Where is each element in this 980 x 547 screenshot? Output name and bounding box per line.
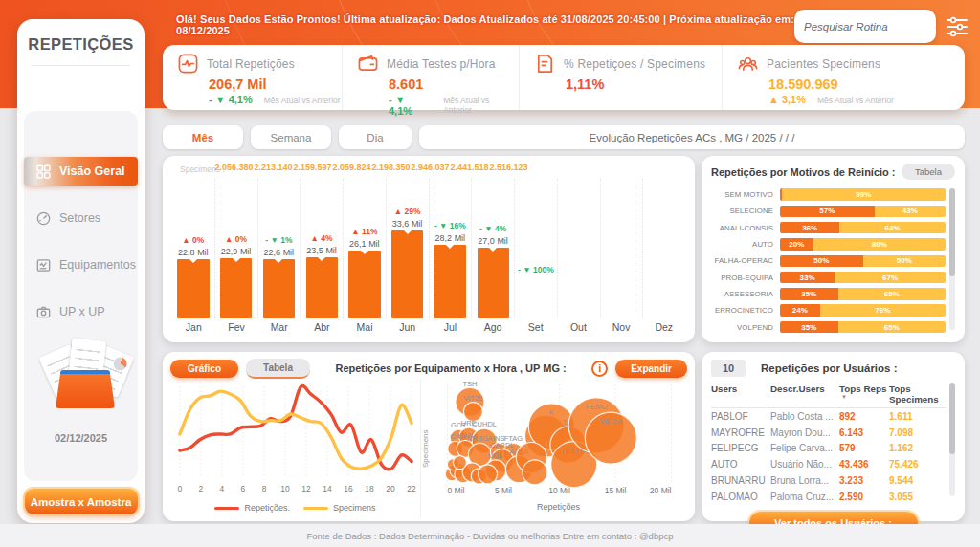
scrollbar-thumb[interactable] [949,383,955,454]
user-tops-reps: 3.233 [839,475,889,486]
search-input[interactable] [804,21,953,33]
bubble-unlabeled[interactable] [479,465,498,484]
bar-value-label: 28,2 Mil [435,233,466,243]
bar[interactable] [478,248,509,318]
col-tops-specimens[interactable]: Tops Specimens [889,383,946,405]
sidebar-item-vis-o-geral[interactable]: Visão Geral [24,157,138,186]
table-row[interactable]: MAYROFREMayron Dou...6.1437.098 [711,425,946,441]
tabela-tab[interactable]: Tabela [246,359,310,379]
specimens-value [646,163,685,177]
user-id: BRUNARRU [711,475,770,486]
data-date: 02/12/2025 [24,432,138,444]
motivo-label: PROB-EQUIPA [711,274,780,282]
bar-segment: 24% [780,304,820,317]
top-n-input[interactable] [711,360,746,377]
patients-group-icon [738,54,758,74]
scrollbar-track[interactable] [949,383,955,496]
scrollbar-track[interactable] [949,188,955,330]
scrollbar-thumb[interactable] [949,188,955,276]
tab-dia[interactable]: Dia [339,125,412,149]
table-row[interactable]: FELIPECGFelipe Carva...5791.162 [711,441,946,457]
motivo-stacked-bar[interactable]: 35%65% [780,288,946,300]
motivos-tabela-button[interactable]: Tabela [902,164,955,180]
line-legend: Repetições. Specimens [170,503,420,513]
evolution-month-column: ▲ 4%23,5 Mil [301,179,344,318]
bar-segment: 33% [780,272,835,284]
kpi-title: Total Repetições [207,57,295,71]
motivo-row: FALHA-OPERAC50%50% [711,252,946,269]
col-tops-reps[interactable]: Tops Reps▼ [839,383,889,405]
user-descr: Paloma Cruz... [770,492,839,502]
bar[interactable] [220,258,252,318]
bar[interactable] [177,259,209,318]
grafico-tab[interactable]: Gráfico [170,360,238,378]
month-label: Jan [172,321,215,333]
motivo-stacked-bar[interactable]: 99% [780,188,946,201]
motivo-stacked-bar[interactable]: 24%76% [780,304,946,317]
month-axis: JanFevMarAbrMaiJunJulAgoSetOutNovDez [172,318,685,336]
info-icon[interactable]: i [591,361,608,377]
bar-segment: 20% [780,238,813,251]
tab-semana[interactable]: Semana [251,125,331,149]
specimens-label: Specimens : [180,164,225,174]
table-row[interactable]: AUTOUsuário Não...43.43675.426 [711,456,946,472]
user-tops-specimens: 75.426 [889,459,946,470]
month-label: Mar [257,321,301,333]
search-box[interactable]: → [794,10,936,43]
user-id: PABLOF [711,411,770,422]
sidebar-item-up-x-up[interactable]: UP x UP [24,297,138,326]
delta-badge: ▲ 11% [351,227,377,236]
user-id: AUTO [711,459,770,470]
motivo-label: SEM MOTIVO [711,190,780,199]
bar[interactable] [348,251,380,318]
month-label: Dez [642,321,685,333]
bubble-unlabeled[interactable] [523,460,547,485]
hour-tick: 18 [365,484,374,493]
gauge-icon [36,211,51,226]
bubble-label: CUHDL [472,420,497,428]
evolution-chart-card: Specimens : 2.056.3802.213.1402.159.5972… [163,156,695,342]
sidebar-item-label: Setores [59,211,100,225]
users-panel: Repetições por Usuários : Users Descr.Us… [702,352,965,521]
motivo-stacked-bar[interactable]: 57%43% [780,206,946,218]
kpi-caption: Mês Atual vs Anterior [817,96,894,105]
sidebar-menu-panel: Visão GeralSetoresEquipamentosUP x UP 02… [24,111,138,481]
bar-segment: 65% [838,321,946,334]
sidebar-item-setores[interactable]: Setores [24,204,138,232]
wallet-icon [358,54,378,74]
month-label: Jun [386,321,429,333]
user-descr: Pablo Costa ... [770,411,839,422]
bubble-unlabeled[interactable] [453,456,466,470]
motivo-stacked-bar[interactable]: 50%50% [780,255,946,268]
evolution-month-column: ▲ 0%22,8 Mil [172,179,215,318]
evolution-month-column [558,179,601,318]
sidebar-item-equipamentos[interactable]: Equipamentos [24,251,138,279]
bar[interactable] [306,257,338,318]
bar-segment: 36% [780,222,839,234]
bar[interactable] [263,259,295,318]
bar[interactable] [391,230,423,318]
table-row[interactable]: PALOMAOPaloma Cruz...2.5903.055 [711,489,946,505]
kpi-title: Pacientes Specimens [767,57,880,71]
bar[interactable] [434,245,466,318]
motivo-stacked-bar[interactable]: 36%64% [780,222,946,234]
col-users[interactable]: Users [711,383,770,405]
expandir-button[interactable]: Expandir [615,360,687,378]
line-series-repeties[interactable] [180,385,412,469]
user-tops-reps: 579 [839,443,889,453]
hour-tick: 22 [407,484,416,493]
amostra-x-amostra-button[interactable]: Amostra x Amostra [25,489,138,514]
user-tops-reps: 6.143 [839,427,889,438]
bar-value-label: 22,9 Mil [221,247,252,256]
kpi-title: Média Testes p/Hora [387,57,496,71]
kpi-delta: - ▼ 4,1% [209,94,253,105]
motivo-stacked-bar[interactable]: 33%67% [780,272,946,284]
motivo-stacked-bar[interactable]: 35%65% [780,321,946,334]
table-row[interactable]: BRUNARRUBruna Lorra...3.2339.544 [711,472,946,489]
delta-badge: - ▼ 16% [434,221,466,230]
table-row[interactable]: PABLOFPablo Costa ...8921.611 [711,408,946,425]
tab-mes[interactable]: Mês [163,125,243,149]
col-descr[interactable]: Descr.Users [770,383,839,405]
filter-sliders-icon[interactable] [946,16,969,37]
motivo-stacked-bar[interactable]: 20%80% [780,238,946,251]
